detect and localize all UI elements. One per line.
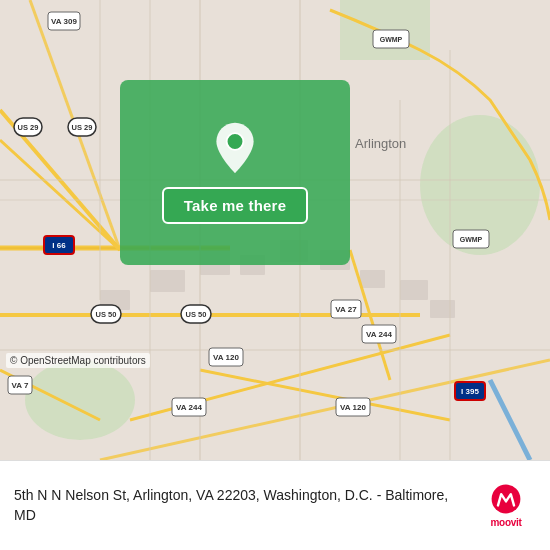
svg-text:VA 7: VA 7 [12, 381, 29, 390]
svg-text:US 50: US 50 [96, 310, 117, 319]
svg-text:VA 244: VA 244 [176, 403, 202, 412]
take-me-there-button[interactable]: Take me there [162, 187, 308, 224]
svg-text:GWMP: GWMP [460, 236, 483, 243]
moovit-logo: moovit [476, 483, 536, 528]
svg-point-67 [227, 133, 244, 150]
svg-rect-8 [150, 270, 185, 292]
svg-text:I 395: I 395 [461, 387, 479, 396]
svg-text:VA 309: VA 309 [51, 17, 77, 26]
svg-text:GWMP: GWMP [380, 36, 403, 43]
svg-text:VA 120: VA 120 [213, 353, 239, 362]
svg-rect-11 [360, 270, 385, 288]
svg-text:VA 27: VA 27 [335, 305, 357, 314]
moovit-label: moovit [491, 517, 522, 528]
svg-text:US 29: US 29 [18, 123, 39, 132]
copyright-text: © OpenStreetMap contributors [6, 353, 150, 368]
svg-text:US 29: US 29 [72, 123, 93, 132]
location-panel: Take me there [120, 80, 350, 265]
svg-text:US 50: US 50 [186, 310, 207, 319]
address-text: 5th N N Nelson St, Arlington, VA 22203, … [14, 486, 466, 525]
svg-text:VA 120: VA 120 [340, 403, 366, 412]
svg-text:I 66: I 66 [52, 241, 66, 250]
svg-rect-14 [430, 300, 455, 318]
svg-rect-13 [400, 280, 428, 300]
svg-text:VA 244: VA 244 [366, 330, 392, 339]
svg-point-4 [25, 360, 135, 440]
svg-point-68 [492, 485, 521, 514]
svg-text:Arlington: Arlington [355, 136, 406, 151]
map-pin-icon [211, 121, 259, 175]
map-container: Potomac River Little R. [0, 0, 550, 460]
info-bar: 5th N N Nelson St, Arlington, VA 22203, … [0, 460, 550, 550]
moovit-icon-svg [490, 483, 522, 515]
